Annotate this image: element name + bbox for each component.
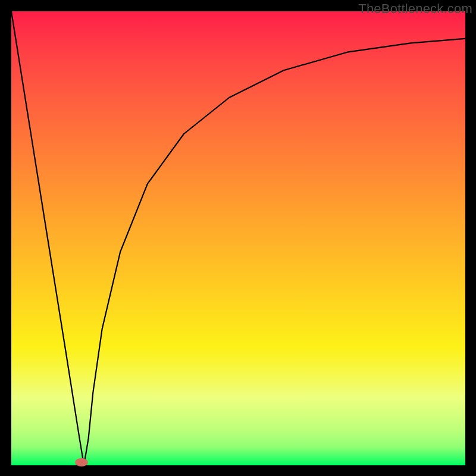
bottleneck-curve bbox=[11, 11, 465, 465]
chart-frame: TheBottleneck.com bbox=[0, 0, 476, 476]
optimum-marker bbox=[75, 458, 88, 466]
plot-area bbox=[11, 11, 465, 465]
watermark-text: TheBottleneck.com bbox=[358, 1, 472, 17]
